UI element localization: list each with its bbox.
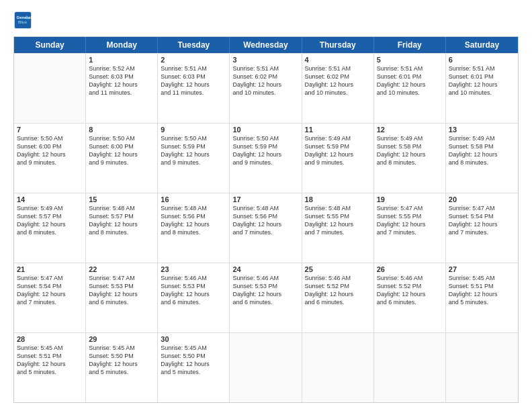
cal-cell-0-6: 6Sunrise: 5:51 AM Sunset: 6:01 PM Daylig… [446, 54, 518, 123]
day-number: 25 [305, 265, 371, 273]
cal-cell-4-5 [374, 333, 446, 402]
day-number: 23 [161, 265, 226, 273]
header-day-sunday: Sunday [14, 37, 86, 53]
cell-info: Sunrise: 5:48 AM Sunset: 5:55 PM Dayligh… [305, 204, 371, 237]
cell-info: Sunrise: 5:46 AM Sunset: 5:52 PM Dayligh… [377, 274, 443, 307]
day-number: 13 [449, 126, 515, 134]
week-row-2: 14Sunrise: 5:49 AM Sunset: 5:57 PM Dayli… [14, 193, 518, 263]
cal-cell-3-2: 23Sunrise: 5:46 AM Sunset: 5:53 PM Dayli… [158, 263, 230, 332]
cal-cell-2-6: 20Sunrise: 5:47 AM Sunset: 5:54 PM Dayli… [446, 193, 518, 263]
cal-cell-3-4: 25Sunrise: 5:46 AM Sunset: 5:52 PM Dayli… [302, 263, 374, 332]
cal-cell-0-5: 5Sunrise: 5:51 AM Sunset: 6:01 PM Daylig… [374, 54, 446, 123]
day-number: 11 [305, 126, 371, 134]
cal-cell-1-4: 11Sunrise: 5:49 AM Sunset: 5:59 PM Dayli… [302, 124, 374, 193]
cell-info: Sunrise: 5:49 AM Sunset: 5:58 PM Dayligh… [377, 134, 443, 167]
day-number: 22 [89, 265, 154, 273]
cell-info: Sunrise: 5:51 AM Sunset: 6:01 PM Dayligh… [449, 64, 515, 97]
cell-info: Sunrise: 5:52 AM Sunset: 6:03 PM Dayligh… [89, 64, 154, 97]
day-number: 15 [89, 195, 154, 203]
cell-info: Sunrise: 5:51 AM Sunset: 6:02 PM Dayligh… [305, 64, 371, 97]
cell-info: Sunrise: 5:49 AM Sunset: 5:59 PM Dayligh… [305, 134, 371, 167]
day-number: 6 [449, 56, 515, 64]
header-day-saturday: Saturday [446, 37, 518, 53]
cal-cell-4-3 [230, 333, 302, 402]
calendar-header-row: SundayMondayTuesdayWednesdayThursdayFrid… [14, 37, 518, 53]
week-row-0: 1Sunrise: 5:52 AM Sunset: 6:03 PM Daylig… [14, 53, 518, 123]
day-number: 17 [232, 195, 298, 203]
cell-info: Sunrise: 5:51 AM Sunset: 6:02 PM Dayligh… [232, 64, 298, 97]
cell-info: Sunrise: 5:48 AM Sunset: 5:56 PM Dayligh… [161, 204, 226, 237]
week-row-1: 7Sunrise: 5:50 AM Sunset: 6:00 PM Daylig… [14, 123, 518, 193]
day-number: 28 [17, 335, 83, 343]
cal-cell-4-4 [302, 333, 374, 402]
cal-cell-2-5: 19Sunrise: 5:47 AM Sunset: 5:55 PM Dayli… [374, 193, 446, 263]
cal-cell-4-0: 28Sunrise: 5:45 AM Sunset: 5:51 PM Dayli… [14, 333, 86, 402]
cell-info: Sunrise: 5:49 AM Sunset: 5:57 PM Dayligh… [17, 204, 83, 237]
cal-cell-0-2: 2Sunrise: 5:51 AM Sunset: 6:03 PM Daylig… [158, 54, 230, 123]
day-number: 19 [377, 195, 443, 203]
cell-info: Sunrise: 5:51 AM Sunset: 6:01 PM Dayligh… [377, 64, 443, 97]
cell-info: Sunrise: 5:45 AM Sunset: 5:50 PM Dayligh… [89, 344, 154, 377]
page: General Blue SundayMondayTuesdayWednesda… [0, 0, 532, 411]
cell-info: Sunrise: 5:50 AM Sunset: 6:00 PM Dayligh… [17, 134, 83, 167]
cell-info: Sunrise: 5:49 AM Sunset: 5:58 PM Dayligh… [449, 134, 515, 167]
cal-cell-1-5: 12Sunrise: 5:49 AM Sunset: 5:58 PM Dayli… [374, 124, 446, 193]
day-number: 2 [161, 56, 226, 64]
day-number: 10 [232, 126, 298, 134]
day-number: 9 [161, 126, 226, 134]
cal-cell-1-1: 8Sunrise: 5:50 AM Sunset: 6:00 PM Daylig… [86, 124, 158, 193]
cell-info: Sunrise: 5:47 AM Sunset: 5:53 PM Dayligh… [89, 274, 154, 307]
cell-info: Sunrise: 5:46 AM Sunset: 5:53 PM Dayligh… [161, 274, 226, 307]
cal-cell-4-2: 30Sunrise: 5:45 AM Sunset: 5:50 PM Dayli… [158, 333, 230, 402]
calendar: SundayMondayTuesdayWednesdayThursdayFrid… [13, 36, 519, 403]
cal-cell-1-3: 10Sunrise: 5:50 AM Sunset: 5:59 PM Dayli… [230, 124, 302, 193]
cell-info: Sunrise: 5:45 AM Sunset: 5:50 PM Dayligh… [161, 344, 226, 377]
cal-cell-3-0: 21Sunrise: 5:47 AM Sunset: 5:54 PM Dayli… [14, 263, 86, 332]
cell-info: Sunrise: 5:47 AM Sunset: 5:54 PM Dayligh… [17, 274, 83, 307]
cal-cell-3-3: 24Sunrise: 5:46 AM Sunset: 5:53 PM Dayli… [230, 263, 302, 332]
cal-cell-0-1: 1Sunrise: 5:52 AM Sunset: 6:03 PM Daylig… [86, 54, 158, 123]
week-row-3: 21Sunrise: 5:47 AM Sunset: 5:54 PM Dayli… [14, 263, 518, 332]
cell-info: Sunrise: 5:47 AM Sunset: 5:54 PM Dayligh… [449, 204, 515, 237]
logo: General Blue [13, 11, 35, 30]
cell-info: Sunrise: 5:48 AM Sunset: 5:56 PM Dayligh… [232, 204, 298, 237]
cell-info: Sunrise: 5:50 AM Sunset: 6:00 PM Dayligh… [89, 134, 154, 167]
day-number: 20 [449, 195, 515, 203]
day-number: 18 [305, 195, 371, 203]
cal-cell-0-4: 4Sunrise: 5:51 AM Sunset: 6:02 PM Daylig… [302, 54, 374, 123]
cal-cell-2-0: 14Sunrise: 5:49 AM Sunset: 5:57 PM Dayli… [14, 193, 86, 263]
day-number: 27 [449, 265, 515, 273]
day-number: 16 [161, 195, 226, 203]
cell-info: Sunrise: 5:46 AM Sunset: 5:52 PM Dayligh… [305, 274, 371, 307]
cal-cell-2-3: 17Sunrise: 5:48 AM Sunset: 5:56 PM Dayli… [230, 193, 302, 263]
cal-cell-2-1: 15Sunrise: 5:48 AM Sunset: 5:57 PM Dayli… [86, 193, 158, 263]
cal-cell-2-4: 18Sunrise: 5:48 AM Sunset: 5:55 PM Dayli… [302, 193, 374, 263]
svg-text:Blue: Blue [18, 19, 28, 24]
day-number: 5 [377, 56, 443, 64]
week-row-4: 28Sunrise: 5:45 AM Sunset: 5:51 PM Dayli… [14, 332, 518, 402]
cell-info: Sunrise: 5:50 AM Sunset: 5:59 PM Dayligh… [232, 134, 298, 167]
cal-cell-0-0 [14, 54, 86, 123]
cal-cell-3-1: 22Sunrise: 5:47 AM Sunset: 5:53 PM Dayli… [86, 263, 158, 332]
calendar-body: 1Sunrise: 5:52 AM Sunset: 6:03 PM Daylig… [14, 53, 518, 402]
cell-info: Sunrise: 5:51 AM Sunset: 6:03 PM Dayligh… [161, 64, 226, 97]
cal-cell-1-0: 7Sunrise: 5:50 AM Sunset: 6:00 PM Daylig… [14, 124, 86, 193]
cal-cell-0-3: 3Sunrise: 5:51 AM Sunset: 6:02 PM Daylig… [230, 54, 302, 123]
header-day-thursday: Thursday [302, 37, 374, 53]
header: General Blue [13, 11, 519, 30]
header-day-tuesday: Tuesday [158, 37, 230, 53]
day-number: 29 [89, 335, 154, 343]
header-day-wednesday: Wednesday [230, 37, 302, 53]
day-number: 12 [377, 126, 443, 134]
header-day-monday: Monday [86, 37, 158, 53]
day-number: 1 [89, 56, 154, 64]
day-number: 7 [17, 126, 83, 134]
cal-cell-4-1: 29Sunrise: 5:45 AM Sunset: 5:50 PM Dayli… [86, 333, 158, 402]
cell-info: Sunrise: 5:47 AM Sunset: 5:55 PM Dayligh… [377, 204, 443, 237]
cal-cell-2-2: 16Sunrise: 5:48 AM Sunset: 5:56 PM Dayli… [158, 193, 230, 263]
day-number: 8 [89, 126, 154, 134]
cell-info: Sunrise: 5:45 AM Sunset: 5:51 PM Dayligh… [449, 274, 515, 307]
day-number: 24 [232, 265, 298, 273]
cal-cell-1-6: 13Sunrise: 5:49 AM Sunset: 5:58 PM Dayli… [446, 124, 518, 193]
day-number: 26 [377, 265, 443, 273]
